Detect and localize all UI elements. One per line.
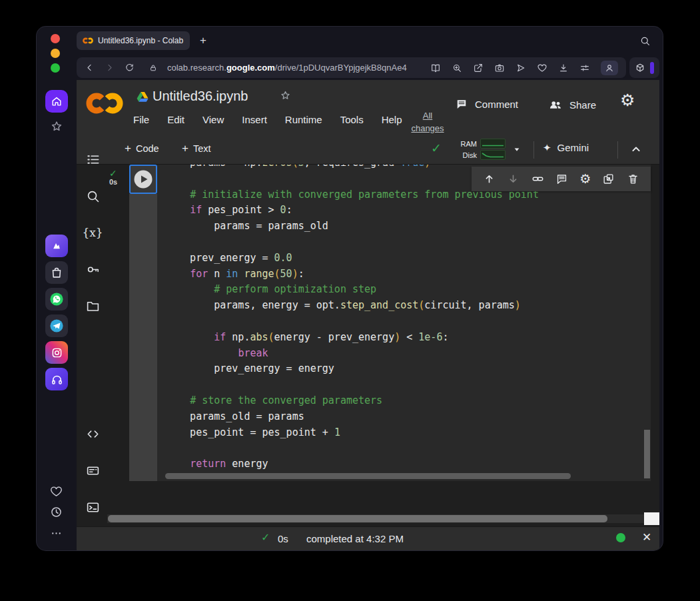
- rail-secrets-icon[interactable]: [84, 261, 101, 278]
- profile-box[interactable]: [601, 61, 618, 75]
- minimize-window-button[interactable]: [51, 49, 60, 58]
- star-notebook-icon[interactable]: [279, 89, 292, 102]
- home-space-button[interactable]: [45, 90, 68, 113]
- menu-help[interactable]: Help: [382, 114, 402, 125]
- code-line[interactable]: # store the converged parameters: [166, 393, 539, 409]
- cell-link-icon[interactable]: [531, 173, 544, 185]
- tweaks-icon[interactable]: [579, 63, 590, 73]
- notebook-vscrollbar[interactable]: [644, 430, 650, 478]
- url-action-icons: [430, 61, 618, 75]
- close-window-button[interactable]: [51, 34, 60, 43]
- cell-move-up-icon[interactable]: [483, 173, 496, 185]
- app-purple-app-icon[interactable]: [45, 235, 68, 257]
- new-tab-button[interactable]: +: [195, 32, 211, 48]
- code-line[interactable]: for n in range(50):: [166, 267, 539, 283]
- cell-comment-cell-icon[interactable]: [555, 173, 568, 185]
- zoom-window-button[interactable]: [51, 63, 60, 73]
- colab-logo-icon: [83, 35, 93, 46]
- code-line[interactable]: params_old = params: [166, 409, 539, 425]
- back-icon[interactable]: [85, 63, 95, 73]
- code-editor[interactable]: params = np.zeros(3, requires_grad=True)…: [157, 165, 651, 481]
- add-code-button[interactable]: +Code: [125, 143, 159, 154]
- code-line[interactable]: [166, 377, 539, 393]
- reload-icon[interactable]: [125, 63, 135, 73]
- code-line[interactable]: prev_energy = energy: [166, 361, 539, 377]
- comment-button[interactable]: Comment: [455, 97, 518, 111]
- execution-status-bar: ✓ 0s completed at 4:32 PM ✕: [77, 526, 659, 550]
- code-line[interactable]: break: [166, 346, 539, 362]
- rail-variables-icon[interactable]: {x}: [84, 224, 101, 241]
- code-line[interactable]: [166, 314, 539, 330]
- resource-monitor[interactable]: RAM Disk: [444, 138, 506, 161]
- lock-icon: [149, 63, 158, 73]
- code-line[interactable]: if pes_point > 0:: [166, 203, 539, 219]
- notebook-hscroll-thumb[interactable]: [108, 515, 607, 522]
- rail-code-snippets-icon[interactable]: [84, 425, 101, 442]
- instagram-app-icon[interactable]: [45, 341, 68, 364]
- rail-terminal-icon[interactable]: [84, 498, 101, 516]
- zoom-in-icon[interactable]: [452, 63, 462, 73]
- notebook-toolbar: +Code +Text ✓ RAM Disk ✦: [77, 136, 659, 165]
- code-content[interactable]: params = np.zeros(3, requires_grad=True)…: [166, 165, 539, 472]
- cell-move-down-icon[interactable]: [507, 173, 520, 185]
- resource-dropdown-icon[interactable]: [511, 143, 523, 155]
- code-line[interactable]: prev_energy = 0.0: [166, 251, 539, 267]
- cell-delete-icon[interactable]: [627, 173, 639, 185]
- favorites-star-icon[interactable]: [49, 119, 64, 134]
- close-status-icon[interactable]: ✕: [642, 532, 651, 543]
- code-line[interactable]: [166, 235, 539, 251]
- colab-logo[interactable]: [86, 92, 123, 115]
- url-bar[interactable]: colab.research.google.com/drive/1pDUqvar…: [77, 57, 626, 78]
- cell-settings-icon[interactable]: ⚙: [579, 173, 591, 185]
- url-text[interactable]: colab.research.google.com/drive/1pDUqvar…: [167, 63, 425, 73]
- extension-cube-icon[interactable]: [635, 63, 645, 73]
- notebook-title[interactable]: Untitled36.ipynb: [153, 89, 248, 104]
- settings-gear-icon[interactable]: ⚙: [620, 92, 635, 109]
- menu-insert[interactable]: Insert: [242, 114, 267, 125]
- menu-view[interactable]: View: [202, 114, 224, 125]
- app-bag-app-icon[interactable]: [45, 261, 68, 284]
- menu-file[interactable]: File: [133, 114, 149, 125]
- app-purple-glyph: [49, 238, 65, 254]
- gemini-button[interactable]: ✦ Gemini: [543, 142, 589, 153]
- extensions-box[interactable]: [629, 57, 659, 78]
- rail-search-icon[interactable]: [84, 187, 101, 205]
- rail-files-icon[interactable]: [84, 297, 101, 314]
- autosave-status[interactable]: All changes: [408, 109, 448, 136]
- run-cell-button[interactable]: [129, 165, 157, 194]
- history-clock-icon[interactable]: [49, 505, 63, 519]
- rail-toc-icon[interactable]: [84, 151, 101, 168]
- add-text-button[interactable]: +Text: [182, 143, 211, 154]
- app-media-app-icon[interactable]: [45, 368, 68, 390]
- scrollbar-corner: [644, 512, 659, 525]
- telegram-app-icon[interactable]: [45, 314, 68, 337]
- editor-hscrollbar[interactable]: [165, 473, 571, 479]
- code-line[interactable]: params, energy = opt.step_and_cost(circu…: [166, 298, 539, 314]
- share-edit-icon[interactable]: [473, 63, 484, 73]
- profile-icon[interactable]: [604, 63, 615, 73]
- whatsapp-app-icon[interactable]: [45, 288, 68, 310]
- code-line[interactable]: [166, 440, 539, 456]
- code-line[interactable]: return energy: [166, 456, 539, 472]
- heart-icon[interactable]: [49, 484, 63, 498]
- search-icon[interactable]: [639, 35, 651, 47]
- browser-tab[interactable]: Untitled36.ipynb - Colab: [77, 31, 190, 50]
- cell-mirror-icon[interactable]: [602, 173, 615, 185]
- code-line[interactable]: # perform optimization step: [166, 282, 539, 298]
- code-line[interactable]: pes_point = pes_point + 1: [166, 425, 539, 441]
- more-ellipsis-icon[interactable]: [49, 526, 63, 540]
- code-line[interactable]: params = params_old: [166, 219, 539, 235]
- code-line[interactable]: if np.abs(energy - prev_energy) < 1e-6:: [166, 330, 539, 346]
- reader-icon[interactable]: [430, 63, 441, 73]
- menu-edit[interactable]: Edit: [167, 114, 184, 125]
- download-icon[interactable]: [558, 63, 569, 73]
- send-icon[interactable]: [516, 63, 526, 73]
- menu-runtime[interactable]: Runtime: [285, 114, 322, 125]
- forward-icon[interactable]: [105, 63, 115, 73]
- rail-command-palette-icon[interactable]: [84, 462, 101, 479]
- favorite-icon[interactable]: [537, 63, 547, 73]
- screenshot-icon[interactable]: [494, 63, 505, 73]
- share-button[interactable]: Share: [548, 97, 596, 112]
- collapse-toolbar-icon[interactable]: [629, 143, 643, 156]
- menu-tools[interactable]: Tools: [340, 114, 364, 125]
